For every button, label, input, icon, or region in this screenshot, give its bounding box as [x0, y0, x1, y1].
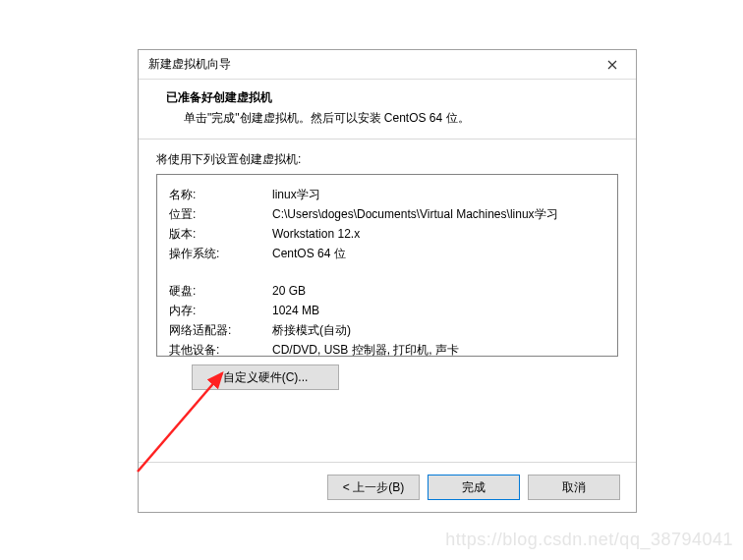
summary-row: 操作系统:CentOS 64 位 — [169, 244, 605, 263]
close-icon[interactable] — [597, 53, 628, 77]
summary-val: Workstation 12.x — [272, 224, 605, 244]
summary-key: 版本: — [169, 224, 272, 244]
summary-val: 桥接模式(自动) — [272, 320, 605, 340]
summary-val: linux学习 — [272, 185, 605, 204]
wizard-header: 已准备好创建虚拟机 单击"完成"创建虚拟机。然后可以安装 CentOS 64 位… — [139, 80, 636, 139]
cancel-button[interactable]: 取消 — [528, 475, 620, 500]
summary-key: 名称: — [169, 185, 272, 204]
new-vm-wizard-dialog: 新建虚拟机向导 已准备好创建虚拟机 单击"完成"创建虚拟机。然后可以安装 Cen… — [138, 49, 637, 513]
summary-row: 版本:Workstation 12.x — [169, 224, 605, 244]
summary-row: 位置:C:\Users\doges\Documents\Virtual Mach… — [169, 204, 605, 224]
header-title: 已准备好创建虚拟机 — [166, 89, 620, 106]
summary-key: 位置: — [169, 204, 272, 224]
body-label: 将使用下列设置创建虚拟机: — [156, 151, 618, 168]
summary-key: 硬盘: — [169, 281, 272, 301]
dialog-title: 新建虚拟机向导 — [148, 56, 597, 73]
summary-row: 内存:1024 MB — [169, 301, 605, 320]
summary-val: 20 GB — [272, 281, 605, 301]
header-desc: 单击"完成"创建虚拟机。然后可以安装 CentOS 64 位。 — [166, 110, 620, 127]
back-button[interactable]: < 上一步(B) — [327, 475, 420, 500]
summary-val: 1024 MB — [272, 301, 605, 320]
summary-key: 网络适配器: — [169, 320, 272, 340]
titlebar: 新建虚拟机向导 — [139, 50, 636, 80]
summary-row: 硬盘:20 GB — [169, 281, 605, 301]
summary-row: 名称:linux学习 — [169, 185, 605, 204]
customize-hardware-button[interactable]: 自定义硬件(C)... — [192, 364, 339, 390]
watermark: https://blog.csdn.net/qq_38794041 — [445, 530, 733, 550]
vm-summary: 名称:linux学习 位置:C:\Users\doges\Documents\V… — [156, 174, 618, 357]
finish-button[interactable]: 完成 — [428, 475, 520, 500]
wizard-body: 将使用下列设置创建虚拟机: 名称:linux学习 位置:C:\Users\dog… — [139, 139, 636, 462]
wizard-footer: < 上一步(B) 完成 取消 — [139, 462, 636, 512]
summary-key: 操作系统: — [169, 244, 272, 263]
summary-val: CentOS 64 位 — [272, 244, 605, 263]
summary-key: 内存: — [169, 301, 272, 320]
summary-row: 网络适配器:桥接模式(自动) — [169, 320, 605, 340]
summary-val: C:\Users\doges\Documents\Virtual Machine… — [272, 204, 605, 224]
